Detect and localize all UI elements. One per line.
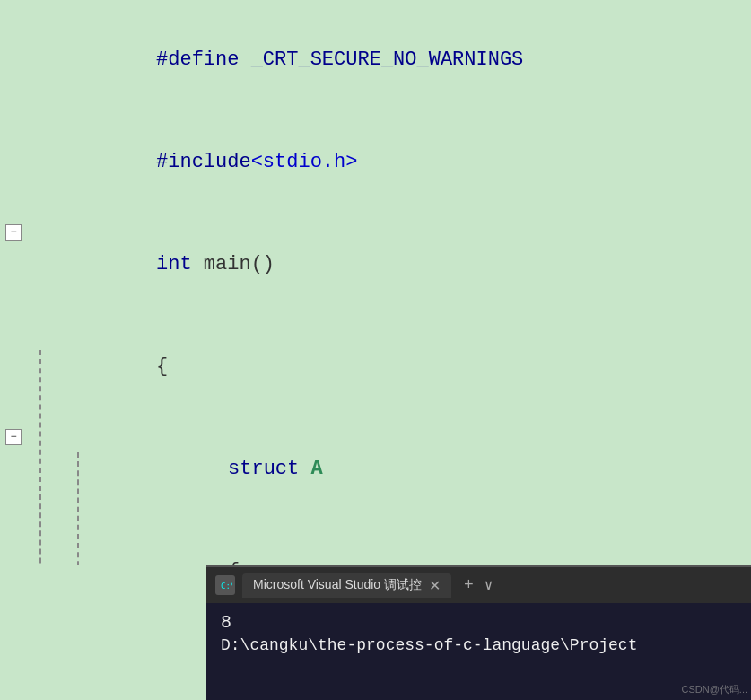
- code-line-main: − int main(): [0, 214, 751, 316]
- terminal-output-number: 8: [221, 612, 737, 633]
- line-open1-content: {: [34, 316, 751, 418]
- terminal-titlebar: C:\ Microsoft Visual Studio 调试控 ✕ + ∨: [206, 567, 751, 603]
- code-line-open2: {: [0, 521, 751, 565]
- code-line-include: #include<stdio.h>: [0, 111, 751, 214]
- terminal-app-icon: C:\: [215, 575, 235, 595]
- line-include-content: #include<stdio.h>: [34, 111, 751, 214]
- btn-col-5[interactable]: −: [0, 418, 27, 445]
- line-open2-content: {: [34, 521, 751, 565]
- code-editor: #define _CRT_SECURE_NO_WARNINGS #include…: [0, 0, 751, 700]
- btn-col-3[interactable]: −: [0, 214, 27, 241]
- terminal-chevron-btn[interactable]: ∨: [485, 576, 493, 594]
- terminal-plus-btn[interactable]: +: [464, 576, 474, 594]
- terminal-tab[interactable]: Microsoft Visual Studio 调试控 ✕: [242, 573, 451, 598]
- btn-col-1: [0, 9, 27, 18]
- line-define-content: #define _CRT_SECURE_NO_WARNINGS: [34, 9, 751, 111]
- content-col-3: int main(): [27, 214, 751, 316]
- collapse-struct-btn[interactable]: −: [5, 429, 22, 445]
- content-col-4: {: [27, 316, 751, 418]
- terminal-tab-label: Microsoft Visual Studio 调试控: [253, 577, 422, 593]
- collapse-main-btn[interactable]: −: [5, 224, 22, 241]
- btn-col-2: [0, 111, 27, 120]
- content-col-5: struct A: [27, 418, 751, 521]
- watermark: CSDN@代码...: [681, 683, 747, 696]
- code-line-define: #define _CRT_SECURE_NO_WARNINGS: [0, 9, 751, 111]
- btn-col-6: [0, 521, 27, 529]
- svg-text:C:\: C:\: [221, 582, 232, 591]
- terminal-close-btn[interactable]: ✕: [429, 577, 441, 594]
- code-line-open1: {: [0, 316, 751, 418]
- content-col-2: #include<stdio.h>: [27, 111, 751, 214]
- line-main-content: int main(): [34, 214, 751, 316]
- terminal-output-path: D:\cangku\the-process-of-c-language\Proj…: [221, 636, 737, 654]
- line-struct-content: struct A: [34, 418, 751, 521]
- content-col-1: #define _CRT_SECURE_NO_WARNINGS: [27, 9, 751, 111]
- btn-col-4: [0, 316, 27, 325]
- code-area: #define _CRT_SECURE_NO_WARNINGS #include…: [0, 0, 751, 565]
- content-col-6: {: [27, 521, 751, 565]
- terminal-panel: C:\ Microsoft Visual Studio 调试控 ✕ + ∨ 8 …: [206, 565, 751, 700]
- code-line-struct: − struct A: [0, 418, 751, 521]
- terminal-body: 8 D:\cangku\the-process-of-c-language\Pr…: [206, 603, 751, 700]
